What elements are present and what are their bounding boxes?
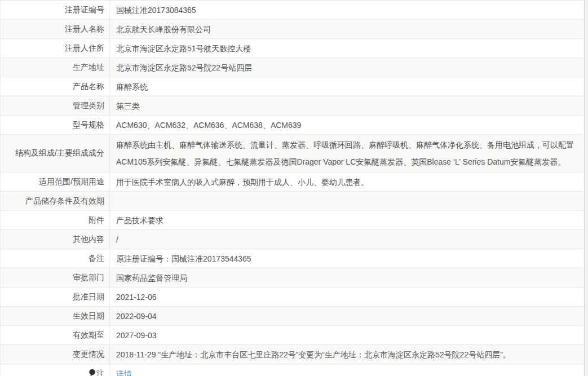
table-row-note: 注 详情 [1,364,585,376]
row-label: 变更情况 [1,345,109,364]
row-label: 生效日期 [1,307,109,326]
table-row-other-content: 其他内容 / [1,230,585,249]
registration-detail-table: 注册证编号 国械注准20173084365 注册人名称 北京航天长峰股份有限公司… [0,0,584,376]
row-label: 生产地址 [1,58,109,77]
row-value: 原注册证编号：国械注准20173544365 [109,249,585,268]
table-row-model-spec: 型号规格 ACM630、ACM632、ACM636、ACM638、ACM639 [1,116,585,135]
row-label: 有效期至 [1,326,109,345]
row-label: 注册人住所 [1,39,109,58]
registration-detail-panel: 注册证编号 国械注准20173084365 注册人名称 北京航天长峰股份有限公司… [0,0,585,376]
table-row-storage-conditions: 产品储存条件及有效期 [1,192,585,211]
row-label: 结构及组成/主要组成成分 [1,135,109,172]
row-label: 批准日期 [1,287,109,307]
row-value: 用于医院手术室病人的吸入式麻醉，预期用于成人、小儿、婴幼儿患者。 [109,172,585,192]
row-label: 备注 [1,249,109,268]
row-label: 注册证编号 [1,1,109,20]
row-label: 型号规格 [1,116,109,135]
table-row-registrant-address: 注册人住所 北京市海淀区永定路51号航天数控大楼 [1,39,585,58]
table-row-attachment: 附件 产品技术要求 [1,211,585,230]
row-value: 北京市海淀区永定路51号航天数控大楼 [109,39,585,58]
row-value: 2027-09-03 [109,326,585,345]
row-value: 北京市海淀区永定路52号院22号站四层 [109,58,585,77]
table-row-remarks: 备注 原注册证编号：国械注准20173544365 [1,249,585,268]
table-row-effective-date: 生效日期 2022-09-04 [1,307,585,326]
row-value: 2022-09-04 [109,307,585,326]
row-label: 审批部门 [1,268,109,287]
row-value: 国械注准20173084365 [109,1,585,20]
table-row-registration-number: 注册证编号 国械注准20173084365 [1,1,585,20]
row-label: 注 [1,364,109,376]
note-icon [89,369,96,376]
table-row-change-record: 变更情况 2018-11-29 “生产地址：北京市丰台区七里庄路22号”变更为“… [1,345,585,364]
table-row-approval-date: 批准日期 2021-12-06 [1,287,585,307]
row-value: 详情 [109,364,585,376]
table-row-approval-department: 审批部门 国家药品监督管理局 [1,268,585,287]
row-label: 注册人名称 [1,20,109,39]
table-row-management-category: 管理类别 第三类 [1,96,585,116]
table-row-expiry-date: 有效期至 2027-09-03 [1,326,585,345]
row-value: 产品技术要求 [109,211,585,230]
row-value: ACM630、ACM632、ACM636、ACM638、ACM639 [109,116,585,135]
row-label: 产品名称 [1,77,109,96]
row-label: 管理类别 [1,96,109,116]
row-label: 产品储存条件及有效期 [1,192,109,211]
row-value: 国家药品监督管理局 [109,268,585,287]
row-value: 第三类 [109,96,585,116]
row-value: 麻醉系统由主机、麻醉气体输送系统、流量计、蒸发器、呼吸循环回路、麻醉呼吸机、麻醉… [109,135,585,172]
row-label: 其他内容 [1,230,109,249]
row-label: 适用范围/预期用途 [1,172,109,192]
row-value: 北京航天长峰股份有限公司 [109,20,585,39]
table-row-product-name: 产品名称 麻醉系统 [1,77,585,96]
table-row-structure-composition: 结构及组成/主要组成成分 麻醉系统由主机、麻醉气体输送系统、流量计、蒸发器、呼吸… [1,135,585,172]
row-value: 2021-12-06 [109,287,585,307]
row-value: / [109,230,585,249]
row-value [109,192,585,211]
table-row-intended-use: 适用范围/预期用途 用于医院手术室病人的吸入式麻醉，预期用于成人、小儿、婴幼儿患… [1,172,585,192]
row-value: 麻醉系统 [109,77,585,96]
row-label: 附件 [1,211,109,230]
table-row-production-address: 生产地址 北京市海淀区永定路52号院22号站四层 [1,58,585,77]
table-row-registrant-name: 注册人名称 北京航天长峰股份有限公司 [1,20,585,39]
row-value: 2018-11-29 “生产地址：北京市丰台区七里庄路22号”变更为“生产地址：… [109,345,585,364]
detail-link[interactable]: 详情 [116,369,132,376]
note-label: 注 [96,369,104,376]
